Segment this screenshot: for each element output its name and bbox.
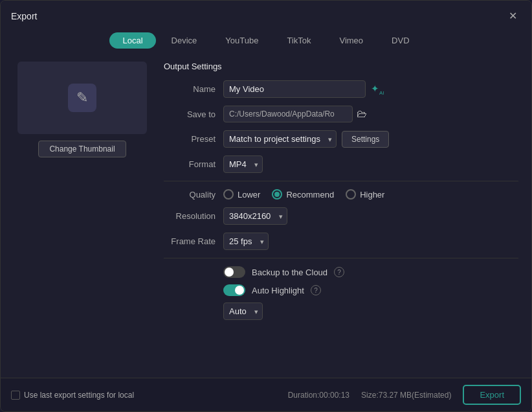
auto-highlight-help-icon[interactable]: ? xyxy=(311,285,321,295)
preset-select-wrapper: Match to project settings xyxy=(223,130,337,148)
last-settings-label: Use last export settings for local xyxy=(24,391,134,400)
export-button[interactable]: Export xyxy=(463,385,521,405)
tab-device[interactable]: Device xyxy=(159,32,210,49)
preset-select[interactable]: Match to project settings xyxy=(223,130,337,148)
footer-left: Use last export settings for local xyxy=(11,391,134,400)
size-info: Size:73.27 MB(Estimated) xyxy=(361,391,451,400)
divider-1 xyxy=(164,181,518,181)
backup-toggle-knob xyxy=(225,268,234,277)
quality-recommend-label: Recommend xyxy=(286,190,334,200)
title-bar: Export ✕ xyxy=(1,1,531,29)
preset-label: Preset xyxy=(164,134,216,144)
auto-select-row: Auto xyxy=(164,303,518,320)
folder-icon[interactable]: 🗁 xyxy=(357,108,367,120)
format-select[interactable]: MP4 xyxy=(223,155,263,173)
resolution-row: Resolution 3840x2160 xyxy=(164,207,518,225)
backup-help-icon[interactable]: ? xyxy=(334,267,344,277)
last-settings-checkbox-label[interactable]: Use last export settings for local xyxy=(11,391,134,400)
quality-lower-label: Lower xyxy=(238,190,260,200)
quality-label: Quality xyxy=(164,190,216,200)
quality-higher-radio[interactable] xyxy=(346,189,356,200)
save-to-row: Save to 🗁 xyxy=(164,106,518,122)
export-dialog: Export ✕ Local Device YouTube TikTok Vim… xyxy=(0,0,532,412)
auto-highlight-knob xyxy=(235,286,244,295)
tabs-bar: Local Device YouTube TikTok Vimeo DVD xyxy=(1,29,531,55)
path-input[interactable] xyxy=(223,106,353,122)
framerate-select[interactable]: 25 fps xyxy=(223,233,269,250)
format-label: Format xyxy=(164,159,216,169)
backup-label: Backup to the Cloud xyxy=(252,268,327,277)
name-input[interactable] xyxy=(223,80,366,98)
tab-youtube[interactable]: YouTube xyxy=(212,32,271,49)
quality-options: Lower Recommend Higher xyxy=(223,189,384,200)
thumbnail-edit-icon: ✎ xyxy=(68,84,96,112)
resolution-select[interactable]: 3840x2160 xyxy=(223,207,287,225)
thumbnail-preview: ✎ xyxy=(17,62,147,134)
quality-recommend-option[interactable]: Recommend xyxy=(272,189,334,200)
framerate-row: Frame Rate 25 fps xyxy=(164,233,518,250)
preset-row: Preset Match to project settings Setting… xyxy=(164,130,518,148)
ai-icon[interactable]: ✦AI xyxy=(371,83,384,96)
resolution-select-wrapper: 3840x2160 xyxy=(223,207,287,225)
tab-tiktok[interactable]: TikTok xyxy=(274,32,324,49)
quality-lower-radio[interactable] xyxy=(223,189,234,200)
auto-select-wrapper: Auto xyxy=(223,303,263,320)
backup-row: Backup to the Cloud ? xyxy=(164,266,518,278)
name-input-group: ✦AI xyxy=(223,80,384,98)
quality-higher-label: Higher xyxy=(360,190,384,200)
left-panel: ✎ Change Thumbnail xyxy=(11,62,153,378)
tab-vimeo[interactable]: Vimeo xyxy=(326,32,376,49)
format-select-wrapper: MP4 xyxy=(223,155,263,173)
footer: Use last export settings for local Durat… xyxy=(1,378,531,411)
resolution-label: Resolution xyxy=(164,211,216,221)
path-input-group: 🗁 xyxy=(223,106,367,122)
quality-recommend-inner xyxy=(274,192,280,197)
backup-toggle[interactable] xyxy=(223,266,245,278)
preset-group: Match to project settings Settings xyxy=(223,130,389,148)
dialog-title: Export xyxy=(11,11,37,21)
framerate-label: Frame Rate xyxy=(164,236,216,246)
settings-button[interactable]: Settings xyxy=(342,131,389,148)
tab-local[interactable]: Local xyxy=(109,32,155,49)
divider-2 xyxy=(164,258,518,258)
auto-highlight-label: Auto Highlight xyxy=(252,286,304,295)
auto-highlight-toggle[interactable] xyxy=(223,284,245,296)
duration-info: Duration:00:00:13 xyxy=(288,391,349,400)
framerate-select-wrapper: 25 fps xyxy=(223,233,269,250)
last-settings-checkbox[interactable] xyxy=(11,391,20,400)
tab-dvd[interactable]: DVD xyxy=(379,32,422,49)
quality-recommend-radio[interactable] xyxy=(272,189,282,200)
content-area: ✎ Change Thumbnail Output Settings Name … xyxy=(1,55,531,378)
footer-right: Duration:00:00:13 Size:73.27 MB(Estimate… xyxy=(288,385,521,405)
save-to-label: Save to xyxy=(164,109,216,119)
quality-higher-option[interactable]: Higher xyxy=(346,189,384,200)
right-panel: Output Settings Name ✦AI Save to 🗁 Pre xyxy=(164,62,521,378)
name-label: Name xyxy=(164,84,216,94)
close-button[interactable]: ✕ xyxy=(505,8,521,23)
quality-row: Quality Lower Recommend Higher xyxy=(164,189,518,200)
output-settings-title: Output Settings xyxy=(164,62,518,71)
auto-highlight-row: Auto Highlight ? xyxy=(164,284,518,296)
change-thumbnail-button[interactable]: Change Thumbnail xyxy=(38,141,126,157)
auto-select[interactable]: Auto xyxy=(223,303,263,320)
name-row: Name ✦AI xyxy=(164,80,518,98)
quality-lower-option[interactable]: Lower xyxy=(223,189,260,200)
format-row: Format MP4 xyxy=(164,155,518,173)
